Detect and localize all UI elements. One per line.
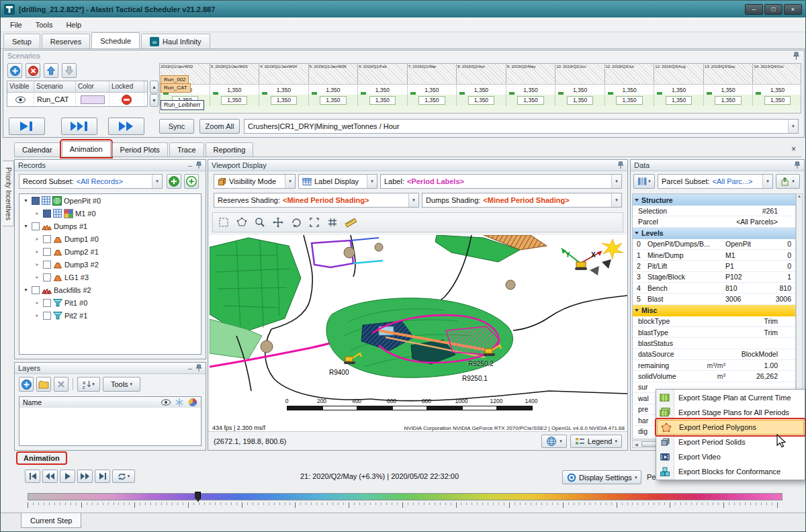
zoom-all-button[interactable]: Zoom All [199,119,240,134]
sync-button[interactable]: Sync [159,119,194,134]
checkbox[interactable] [43,235,51,243]
display-settings-button[interactable]: Display Settings▾ [562,470,641,484]
skip-to-start-button[interactable] [25,470,40,483]
tree-item-openpit-0[interactable]: ▾OpenPit #0 [19,194,201,207]
viewport-3d-scene[interactable]: Y X R9400R9250.2R9250.1 0200400600800100… [210,235,627,433]
tree-item-dump3-2[interactable]: ▸Dump3 #2 [19,258,201,271]
data-row-remaining[interactable]: remainingm³/m³1.00 [633,360,795,371]
pin-icon[interactable] [793,52,800,60]
pin-icon[interactable] [617,161,624,169]
data-row-blocktype[interactable]: blockTypeTrim [633,316,795,327]
open-folder-button[interactable] [36,377,51,392]
tree-item-backfills-2[interactable]: ▾Backfills #2 [19,283,201,296]
tree-item-lg1-3[interactable]: ▸LG1 #3 [19,271,201,283]
tree-item-dump2-1[interactable]: ▸Dump2 #1 [19,245,201,258]
gantt-scenario-label[interactable]: Run_CAT [161,83,191,93]
tree-item-pit2-1[interactable]: ▸Pit2 #1 [19,309,201,322]
minimize-panel-icon[interactable]: – [188,364,192,372]
expand-icon[interactable]: ▸ [34,249,41,255]
data-row-blasttype[interactable]: blastTypeTrim [633,327,795,338]
columns-button[interactable]: ▾ [633,174,655,189]
scenario-color-swatch[interactable] [81,95,105,104]
gantt-scenario-label[interactable]: Run_Leibherr [161,100,204,110]
dumps-shading-select[interactable]: Dumps Shading: <Mined Period Shading> ▾ [422,193,622,208]
menu-help[interactable]: Help [59,19,88,31]
view-tab-reporting[interactable]: Reporting [206,142,254,157]
data-row-solidvolume[interactable]: solidVolumem³26,262 [633,371,795,382]
close-button[interactable]: × [784,4,802,15]
pan-icon[interactable] [270,214,286,230]
tree-item-pit1-0[interactable]: ▸Pit1 #0 [19,296,201,309]
zoom-fit-icon[interactable] [306,214,322,230]
checkbox[interactable] [43,210,51,218]
spin-down-button[interactable]: ▼ [150,94,159,107]
section-header-misc[interactable]: Misc [633,305,795,316]
tab-setup[interactable]: Setup [3,34,40,48]
export-button[interactable]: ▾ [776,174,800,189]
timeline-thumb[interactable] [195,492,201,502]
globe-button[interactable]: ▾ [541,435,567,448]
menu-file[interactable]: File [3,19,29,31]
pin-icon[interactable] [195,161,202,169]
parcel-subset-select[interactable]: Parcel Subset: <All Parc...> ▾ [658,174,773,189]
checkbox[interactable] [43,273,51,281]
collapse-icon[interactable]: ▾ [22,197,30,204]
menu-item-export-stage-plan-at-current-time[interactable]: Export Stage Plan at Current Time [656,390,805,405]
data-row-pit-lift[interactable]: 2Pit/LiftP10 [633,261,795,271]
scenario-row[interactable]: Run_CAT [7,93,147,106]
data-row-openpit-dumps-b[interactable]: 0OpenPit/Dumps/B...OpenPit0 [633,239,795,250]
priority-incentives-tab[interactable]: Priority Incentives [3,161,14,226]
reserves-shading-select[interactable]: Reserves Shading: <Mined Period Shading>… [214,193,419,208]
checkbox[interactable] [43,248,51,256]
expand-icon[interactable]: ▸ [34,236,41,242]
add-scenario-button[interactable] [7,63,22,78]
legend-button[interactable]: Legend▾ [570,435,622,448]
section-header-structure[interactable]: Structure [633,194,795,206]
checkbox[interactable] [43,299,51,307]
edit-record-subset-button[interactable] [184,174,199,189]
tree-item-m1-0[interactable]: ▸M1 #0 [19,207,201,220]
pin-icon[interactable] [794,161,801,169]
scenario-gantt[interactable]: 2019/Q1/Jan/W023: 2019/Q1/Jan/W034: 2019… [159,63,801,114]
expand-icon[interactable]: ▸ [34,261,41,267]
maximize-button[interactable]: □ [764,4,782,15]
delete-scenario-button[interactable] [26,63,40,78]
minimize-button[interactable]: – [745,4,763,15]
step-forward-button[interactable] [77,470,93,483]
skip-to-end-button[interactable] [61,118,97,135]
data-row-mine-dump[interactable]: 1Mine/DumpM10 [633,250,795,261]
menu-item-export-stage-plans-for-all-periods[interactable]: Export Stage Plans for All Periods [656,405,805,420]
minimize-panel-icon[interactable]: – [188,161,192,169]
checkbox[interactable] [43,261,51,269]
gantt-metric-select[interactable]: Crushers|CR1_DRY|Mining_wetTonnes / Hour… [244,119,799,134]
menu-item-export-blocks-for-conformance[interactable]: Export Blocks for Conformance [656,464,805,479]
close-view-icon[interactable]: × [786,144,801,154]
view-tab-animation[interactable]: Animation [62,141,111,157]
freeze-icon[interactable] [175,398,184,407]
data-row-blaststatus[interactable]: blastStatus [633,338,795,349]
add-record-subset-button[interactable] [167,174,181,189]
expand-icon[interactable]: ▸ [34,300,41,306]
polygon-select-icon[interactable] [234,214,250,230]
data-row-selection[interactable]: Selection#261 [633,206,795,216]
checkbox[interactable] [43,312,51,320]
color-wheel-icon[interactable] [188,398,197,407]
zoom-icon[interactable] [252,214,268,230]
remove-layer-button[interactable] [54,377,69,392]
grid-icon[interactable] [324,214,341,230]
layers-list[interactable] [19,408,202,446]
play-button[interactable] [60,470,75,483]
view-tab-calendar[interactable]: Calendar [14,142,60,157]
spin-up-button[interactable]: ▲ [150,81,159,93]
expand-icon[interactable]: ▸ [34,312,41,318]
tab-reserves[interactable]: Reserves [42,34,90,48]
fast-forward-button[interactable] [108,118,144,135]
checkbox[interactable] [32,286,40,294]
record-subset-select[interactable]: Record Subset: <All Records> ▾ [19,174,163,189]
data-row-stage-block[interactable]: 3Stage/BlockP1021 [633,272,795,283]
collapse-icon[interactable]: ▾ [22,223,30,229]
expand-icon[interactable]: ▸ [34,210,41,216]
marquee-select-icon[interactable] [216,214,232,230]
animation-timeline[interactable] [28,493,782,500]
tab-schedule[interactable]: Schedule [91,32,140,48]
